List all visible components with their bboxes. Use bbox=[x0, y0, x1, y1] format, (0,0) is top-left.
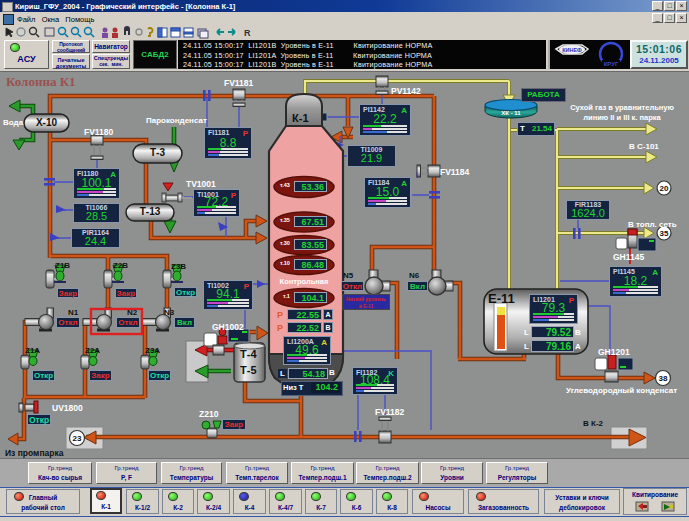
svg-text:38: 38 bbox=[659, 374, 668, 383]
svg-text:23: 23 bbox=[73, 434, 82, 443]
svg-text:20: 20 bbox=[660, 184, 669, 193]
svg-text:ХК - 11: ХК - 11 bbox=[501, 110, 521, 116]
svg-text:35: 35 bbox=[660, 229, 669, 238]
